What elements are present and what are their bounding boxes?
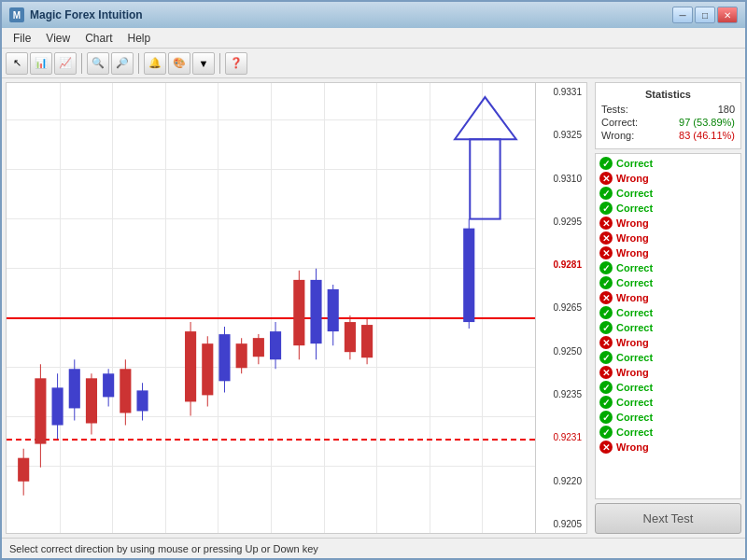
price-label-1: 0.9325	[538, 130, 585, 140]
result-label: Correct	[616, 322, 653, 333]
list-item: ✕Wrong	[599, 171, 737, 186]
results-list[interactable]: ✓Correct✕Wrong✓Correct✓Correct✕Wrong✕Wro…	[595, 153, 741, 499]
stats-correct-value: 97 (53.89%)	[679, 117, 735, 128]
price-label-0: 0.9331	[538, 87, 585, 97]
stats-tests-value: 180	[718, 104, 735, 115]
svg-rect-5	[52, 387, 63, 425]
result-label: Correct	[616, 262, 653, 273]
svg-rect-33	[328, 289, 339, 331]
toolbar-sep3	[219, 53, 220, 74]
status-bar: Select correct direction by using mouse …	[2, 538, 745, 558]
correct-icon: ✓	[599, 187, 613, 200]
toolbar-chart2[interactable]: 📈	[54, 52, 77, 75]
result-label: Correct	[616, 203, 653, 214]
svg-rect-15	[136, 390, 148, 411]
svg-rect-3	[35, 378, 46, 443]
chart-area[interactable]: 0.9331 0.9325 0.9310 0.9295 0.9281 0.926…	[6, 82, 587, 534]
menu-bar: File View Chart Help	[2, 28, 745, 49]
maximize-button[interactable]: □	[695, 7, 715, 23]
toolbar-dropdown[interactable]: ▼	[192, 52, 215, 75]
result-label: Wrong	[616, 441, 649, 453]
list-item: ✕Wrong	[599, 365, 737, 380]
result-label: Wrong	[616, 217, 649, 229]
app-icon: M	[9, 7, 24, 22]
menu-view[interactable]: View	[38, 30, 78, 47]
menu-chart[interactable]: Chart	[78, 30, 120, 47]
svg-rect-25	[253, 338, 264, 357]
wrong-icon: ✕	[599, 336, 613, 349]
candlestick-chart	[7, 83, 535, 533]
list-item: ✕Wrong	[599, 440, 737, 455]
price-label-2: 0.9310	[538, 174, 585, 184]
stats-tests-row: Tests: 180	[601, 104, 735, 115]
price-label-6: 0.9250	[538, 346, 585, 357]
toolbar-zoom-in[interactable]: 🔍	[87, 52, 109, 75]
svg-rect-21	[218, 334, 230, 381]
list-item: ✕Wrong	[599, 290, 737, 305]
wrong-icon: ✕	[599, 366, 613, 379]
toolbar-chart1[interactable]: 📊	[30, 52, 52, 75]
result-label: Correct	[616, 307, 653, 318]
wrong-icon: ✕	[599, 291, 613, 304]
result-label: Wrong	[616, 247, 649, 259]
result-label: Wrong	[616, 292, 649, 303]
svg-rect-19	[202, 343, 213, 395]
toolbar-alerts[interactable]: 🔔	[144, 52, 166, 75]
result-label: Correct	[616, 412, 653, 423]
menu-help[interactable]: Help	[120, 30, 158, 47]
status-text: Select correct direction by using mouse …	[9, 543, 318, 554]
main-area: 0.9331 0.9325 0.9310 0.9295 0.9281 0.926…	[2, 78, 745, 538]
list-item: ✓Correct	[599, 350, 737, 365]
price-axis: 0.9331 0.9325 0.9310 0.9295 0.9281 0.926…	[535, 83, 586, 533]
result-label: Correct	[616, 397, 653, 408]
toolbar-color[interactable]: 🎨	[168, 52, 190, 75]
wrong-icon: ✕	[599, 217, 613, 230]
correct-icon: ✓	[599, 321, 613, 334]
svg-rect-35	[345, 322, 356, 352]
svg-rect-13	[120, 369, 131, 413]
wrong-icon: ✕	[599, 172, 613, 185]
correct-icon: ✓	[599, 351, 613, 364]
minimize-button[interactable]: ─	[672, 7, 693, 23]
list-item: ✕Wrong	[599, 335, 737, 350]
correct-icon: ✓	[599, 381, 613, 394]
list-item: ✓Correct	[599, 305, 737, 320]
result-label: Wrong	[616, 337, 649, 348]
statistics-box: Statistics Tests: 180 Correct: 97 (53.89…	[595, 82, 741, 149]
svg-marker-40	[455, 97, 516, 139]
close-button[interactable]: ✕	[717, 7, 738, 23]
stats-wrong-label: Wrong:	[601, 130, 634, 141]
list-item: ✓Correct	[599, 425, 737, 440]
price-label-7: 0.9235	[538, 389, 585, 399]
svg-rect-9	[86, 378, 97, 423]
next-test-button[interactable]: Next Test	[595, 503, 741, 534]
svg-rect-39	[463, 229, 474, 322]
toolbar-zoom-out[interactable]: 🔎	[111, 52, 134, 75]
toolbar-cursor[interactable]: ↖	[6, 52, 28, 75]
window-title: Magic Forex Intuition	[30, 8, 143, 21]
price-label-3: 0.9295	[538, 217, 585, 227]
wrong-icon: ✕	[599, 231, 613, 245]
svg-rect-27	[270, 331, 281, 359]
price-label-5: 0.9265	[538, 302, 585, 313]
menu-file[interactable]: File	[6, 30, 38, 47]
correct-icon: ✓	[599, 396, 613, 409]
title-bar-left: M Magic Forex Intuition	[9, 7, 143, 22]
list-item: ✓Correct	[599, 156, 737, 171]
svg-rect-7	[69, 369, 80, 408]
toolbar-help[interactable]: ❓	[225, 52, 247, 75]
stats-wrong-row: Wrong: 83 (46.11%)	[601, 130, 735, 141]
result-label: Wrong	[616, 173, 649, 184]
svg-rect-37	[361, 325, 373, 357]
list-item: ✓Correct	[599, 395, 737, 410]
title-bar: M Magic Forex Intuition ─ □ ✕	[2, 2, 745, 28]
result-label: Wrong	[616, 232, 649, 244]
toolbar-sep1	[81, 53, 82, 74]
svg-rect-17	[185, 331, 196, 401]
toolbar-sep2	[138, 53, 139, 74]
right-panel: Statistics Tests: 180 Correct: 97 (53.89…	[591, 78, 745, 538]
correct-icon: ✓	[599, 157, 613, 170]
result-label: Correct	[616, 188, 653, 199]
svg-rect-31	[310, 280, 321, 343]
list-item: ✓Correct	[599, 320, 737, 335]
